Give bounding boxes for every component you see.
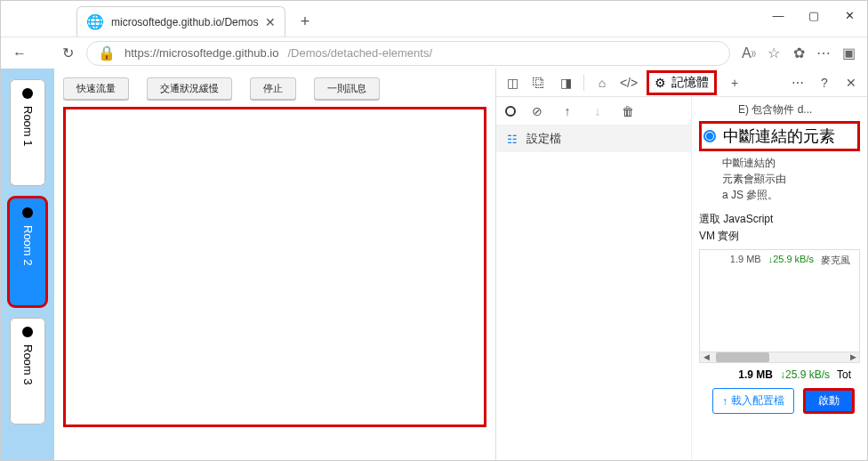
device-icon[interactable]: ⿻ xyxy=(530,74,548,92)
read-aloud-icon[interactable]: A)) xyxy=(739,44,759,63)
vm-instance-title: VM 實例 xyxy=(699,229,860,244)
option-e-label: E) 包含物件 d... xyxy=(699,102,860,117)
mem-size: 1.9 MB xyxy=(730,254,761,267)
memory-tab-label: 記憶體 xyxy=(671,75,709,91)
scroll-thumb[interactable] xyxy=(716,352,769,362)
message-area xyxy=(63,107,486,427)
window-controls: — ▢ ✕ xyxy=(760,1,867,29)
elements-tab-icon[interactable]: </> xyxy=(620,74,638,92)
room-3[interactable]: Room 3 xyxy=(10,318,45,425)
devtools-tabbar: ◫ ⿻ ◨ ⌂ </> ⚙ 記憶體 + ⋯ ? ✕ xyxy=(496,69,867,97)
profiles-pane: ⊘ ↑ ↓ 🗑 ☷ 設定檔 xyxy=(496,97,692,460)
room-label: Room 1 xyxy=(21,106,35,147)
welcome-tab-icon[interactable]: ⌂ xyxy=(593,74,611,92)
scroll-right-icon[interactable]: ▶ xyxy=(847,352,859,362)
devtools-more-icon[interactable]: ⋯ xyxy=(789,74,807,92)
load-profile-label: 載入配置檔 xyxy=(731,393,784,408)
fast-traffic-button[interactable]: 快速流量 xyxy=(63,77,129,100)
room-label: Room 2 xyxy=(21,225,35,266)
record-button[interactable] xyxy=(505,106,516,117)
tot-label: Tot xyxy=(837,368,851,381)
stop-button[interactable]: 停止 xyxy=(250,77,296,100)
back-button[interactable]: ← xyxy=(10,44,29,63)
gear-icon: ⚙ xyxy=(655,76,666,90)
lock-icon: 🔒 xyxy=(98,44,116,61)
radio-checked-icon xyxy=(703,130,716,142)
delete-icon[interactable]: 🗑 xyxy=(619,102,637,120)
address-bar: ← ↻ 🔒 https://microsoftedge.github.io/De… xyxy=(1,36,867,69)
start-button[interactable]: 啟動 xyxy=(803,388,855,414)
inspect-icon[interactable]: ◫ xyxy=(503,74,521,92)
memory-options: E) 包含物件 d... 中斷連結的元素 中斷連結的 元素會顯示由 a JS 參… xyxy=(692,97,867,460)
mic-col: 麥克風 xyxy=(821,254,850,267)
content-area: 快速流量 交通狀況緩慢 停止 一則訊息 xyxy=(54,69,495,460)
one-message-button[interactable]: 一則訊息 xyxy=(314,77,380,100)
room-2[interactable]: Room 2 xyxy=(10,198,45,305)
url-path: /Demos/detached-elements/ xyxy=(287,46,432,60)
maximize-button[interactable]: ▢ xyxy=(796,9,832,22)
option-description: 中斷連結的 元素會顯示由 a JS 參照。 xyxy=(699,155,860,203)
select-vm-title: 選取 JavaScript xyxy=(699,212,860,227)
refresh-button[interactable]: ↻ xyxy=(58,44,77,63)
titlebar: 🌐 microsoftedge.github.io/Demos/c ✕ + — … xyxy=(1,1,867,36)
close-tab-icon[interactable]: ✕ xyxy=(265,15,276,29)
room-label: Room 3 xyxy=(21,344,35,385)
total-rate: ↓25.9 kB/s xyxy=(780,368,830,381)
scroll-left-icon[interactable]: ◀ xyxy=(700,352,712,362)
rooms-sidebar: Room 1 Room 2 Room 3 xyxy=(1,69,54,460)
detached-elements-option[interactable]: 中斷連結的元素 xyxy=(699,121,860,151)
minimize-button[interactable]: — xyxy=(760,9,796,22)
upload-icon: ↑ xyxy=(722,395,727,408)
vm-list[interactable]: 1.9 MB ↓25.9 kB/s 麥克風 ◀ ▶ xyxy=(699,249,860,363)
dock-icon[interactable]: ◨ xyxy=(557,74,575,92)
browser-tab[interactable]: 🌐 microsoftedge.github.io/Demos/c ✕ xyxy=(76,6,285,36)
clear-icon[interactable]: ⊘ xyxy=(528,102,546,120)
sliders-icon: ☷ xyxy=(507,133,518,146)
total-size: 1.9 MB xyxy=(738,368,773,381)
profiles-row[interactable]: ☷ 設定檔 xyxy=(496,125,691,152)
devtools-close-icon[interactable]: ✕ xyxy=(842,74,860,92)
devtools-panel: ◫ ⿻ ◨ ⌂ </> ⚙ 記憶體 + ⋯ ? ✕ ⊘ ↑ xyxy=(495,69,867,460)
room-1[interactable]: Room 1 xyxy=(10,79,45,186)
status-dot-icon xyxy=(22,327,33,337)
detached-elements-label: 中斷連結的元素 xyxy=(723,125,835,147)
extensions-icon[interactable]: ✿ xyxy=(789,44,808,63)
more-icon[interactable]: ⋯ xyxy=(814,44,833,63)
memory-tab[interactable]: ⚙ 記憶體 xyxy=(647,70,717,95)
sidebar-icon[interactable]: ▣ xyxy=(839,44,858,63)
url-box[interactable]: 🔒 https://microsoftedge.github.io/Demos/… xyxy=(86,41,730,66)
globe-icon: 🌐 xyxy=(86,13,104,30)
import-icon[interactable]: ↓ xyxy=(589,102,607,120)
url-host: https://microsoftedge.github.io xyxy=(125,46,278,60)
add-tab-button[interactable]: + xyxy=(726,74,743,92)
close-window-button[interactable]: ✕ xyxy=(832,9,867,22)
new-tab-button[interactable]: + xyxy=(291,7,319,36)
load-profile-button[interactable]: ↑ 載入配置檔 xyxy=(712,388,794,414)
export-icon[interactable]: ↑ xyxy=(559,102,576,120)
slow-traffic-button[interactable]: 交通狀況緩慢 xyxy=(147,77,232,100)
status-dot-icon xyxy=(22,207,33,218)
mem-rate: ↓25.9 kB/s xyxy=(768,254,814,267)
devtools-help-icon[interactable]: ? xyxy=(816,74,833,92)
status-dot-icon xyxy=(22,88,33,99)
horizontal-scrollbar[interactable]: ◀ ▶ xyxy=(700,352,859,362)
profiles-label: 設定檔 xyxy=(526,131,561,147)
favorite-icon[interactable]: ☆ xyxy=(764,44,784,63)
tab-title: microsoftedge.github.io/Demos/c xyxy=(111,16,258,28)
